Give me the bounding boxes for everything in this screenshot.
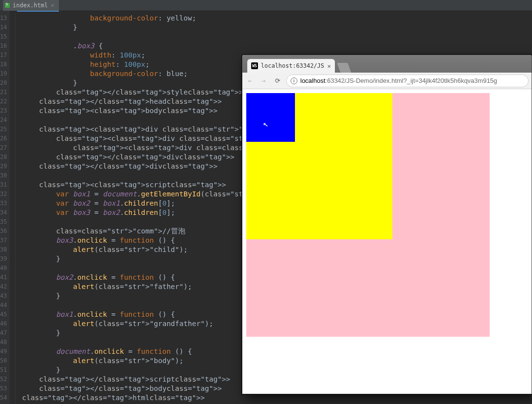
browser-toolbar: ← → ⟳ i localhost:63342/JS-Demo/index.ht… [242, 73, 532, 89]
editor-tab-filename: index.html [13, 2, 48, 9]
url-host: localhost [300, 77, 325, 84]
browser-tab-strip: WS localhost:63342/JS-De × [242, 55, 532, 73]
close-icon[interactable]: × [51, 2, 54, 9]
close-icon[interactable]: × [327, 62, 331, 70]
box1[interactable]: ↖ [246, 93, 490, 337]
address-bar[interactable]: i localhost:63342/JS-Demo/index.html?_ij… [286, 75, 529, 87]
url-path: :63342/JS-Demo/index.html?_ijt=34jlk4f20… [325, 77, 497, 84]
box2[interactable]: ↖ [246, 93, 392, 239]
mouse-cursor-icon: ↖ [262, 118, 269, 129]
site-info-icon[interactable]: i [291, 77, 297, 84]
fold-column [10, 11, 17, 404]
browser-viewport: ↖ [242, 89, 532, 394]
editor-tab-bar: index.html × [0, 0, 532, 11]
line-number-gutter: 1314151617181920212223242526272829303132… [0, 11, 10, 404]
browser-window: WS localhost:63342/JS-De × ← → ⟳ i local… [242, 55, 532, 394]
browser-tab-title: localhost:63342/JS-De [261, 62, 325, 69]
reload-button[interactable]: ⟳ [273, 77, 282, 84]
box3[interactable]: ↖ [246, 93, 295, 142]
forward-button[interactable]: → [259, 77, 269, 84]
editor-tab[interactable]: index.html × [3, 0, 59, 11]
browser-tab[interactable]: WS localhost:63342/JS-De × [247, 59, 335, 73]
back-button[interactable]: ← [245, 77, 255, 84]
favicon: WS [251, 62, 258, 69]
new-tab-button[interactable] [337, 63, 351, 73]
html-file-icon [5, 3, 10, 8]
